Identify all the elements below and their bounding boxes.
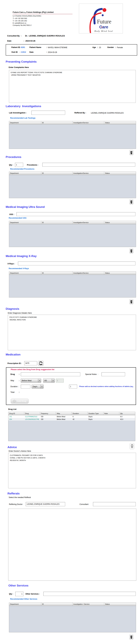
duration-type-selected-value: Day/s	[32, 385, 40, 388]
uss-input[interactable]	[16, 212, 136, 216]
drug-cell-duration: 6	[72, 416, 88, 418]
visit-id-value: 11912	[21, 51, 26, 53]
drug-list-label: Drug List	[8, 408, 16, 410]
frequency-select[interactable]: OD▼	[43, 379, 55, 382]
company-title-main: Future Care	[13, 11, 24, 13]
recommended-lab-testings-link[interactable]: Recommended Lab Testings	[10, 117, 36, 119]
prescription-id-input[interactable]	[24, 361, 37, 365]
duration-input[interactable]	[21, 384, 30, 388]
diagnosis-textarea[interactable]: POLYCYSTY OVARIAN SYNDROME VAGINAL INFEC…	[8, 315, 136, 350]
lab-testings-table: Department ID Investigation/Service Stat…	[9, 121, 136, 149]
total-colon: :	[19, 391, 20, 393]
drug-cell-way: Before Meal	[56, 418, 72, 420]
drug-cell-duration-type: Day/s	[88, 418, 104, 420]
way-colon: :	[19, 380, 20, 382]
add-drug-button[interactable]: +Add Drug	[11, 399, 28, 404]
dose-input	[56, 379, 64, 382]
other-services-table: Department ID Investigation / Service St…	[9, 602, 136, 632]
delete-uss-button[interactable]	[130, 248, 133, 254]
drug-cell-qty: 42.0	[119, 418, 135, 420]
procedures-input[interactable]	[42, 163, 135, 166]
section-title-other-services: Other Services	[8, 584, 28, 587]
procedures-col-department: Department	[9, 172, 41, 175]
drug-table-row[interactable]: 141 CLOTRIMAZOLE OD Before Meal 6 Day/s …	[8, 415, 135, 418]
drug-cell-qty: 6.0	[119, 416, 135, 418]
uss-table-header: Department ID Investigation/Service Stat…	[9, 221, 136, 224]
visit-date-value: 2024-03-26	[48, 51, 57, 53]
trash-icon	[131, 444, 134, 448]
procedures-col-investigation: Investigation/Service	[72, 172, 104, 175]
duration-type-select[interactable]: Day/s▼	[32, 384, 44, 388]
chevron-down-icon: ▼	[40, 385, 43, 388]
delete-procedure-button[interactable]	[130, 199, 133, 204]
drug-cell-id: 204	[8, 418, 24, 420]
company-email: E: jude@future.sc	[13, 22, 26, 24]
tablet-fraction-input[interactable]	[69, 384, 77, 388]
section-title-ultrasound: Medical Imaging Ultra Sound	[6, 205, 45, 208]
xray-col-investigation: Investigation/Service	[72, 272, 104, 275]
lab-investigation-input[interactable]	[32, 110, 65, 115]
prescription-id-label: Prescription ID :	[8, 362, 22, 364]
drug-cell-duration-type: Day/s	[88, 416, 104, 418]
other-col-id: ID	[41, 602, 72, 606]
other-services-input[interactable]	[43, 592, 136, 596]
logo-word-care: Care	[99, 25, 108, 29]
delete-other-service-button[interactable]	[130, 634, 133, 640]
drug-suggestion-warning: Please select the Drug from Drug suggess…	[11, 368, 54, 370]
advice-sub-label: Enter Doctor's Advice Here	[9, 450, 31, 452]
delete-lab-testing-button[interactable]	[130, 150, 133, 155]
company-phone-1: T: +24 82 593 593	[13, 18, 27, 19]
recommended-xrays-link[interactable]: Recommended X-Rays	[9, 268, 29, 270]
delete-xray-button[interactable]	[130, 299, 133, 304]
way-select[interactable]: Before Meal▼	[21, 379, 41, 382]
refresh-icon	[39, 361, 43, 365]
add-drug-panel: Please select the Drug from Drug suggess…	[6, 367, 136, 405]
other-col-department: Department	[9, 602, 41, 606]
section-title-diagnosis: Diagnosis	[6, 307, 19, 310]
consulted-by-value: Dr. LEONEL ENRIQUE GUERRA ROSALES	[25, 35, 65, 37]
drug-input[interactable]	[21, 372, 80, 376]
trash-icon	[130, 635, 132, 639]
xray-col-status: Status	[104, 272, 136, 275]
other-col-status: Status	[104, 602, 136, 606]
xray-col-department: Department	[9, 272, 41, 275]
special-notes-input[interactable]	[102, 372, 125, 376]
diagnosis-sub-label: Enter Diagnosis Details Here	[8, 312, 32, 314]
uss-table: Department ID Investigation/Service Stat…	[9, 221, 136, 247]
lab-table-header: Department ID Investigation/Service Stat…	[9, 121, 136, 124]
referrals-list-box[interactable]	[8, 509, 136, 581]
recommended-other-services-link[interactable]: Recommended Other Services	[10, 598, 37, 600]
advice-textarea[interactable]: CLOTRIMAZOL PESSARY OD FOR 6 DAYS OVRAL …	[8, 453, 136, 488]
consultant-label: Consultant	[80, 503, 88, 505]
complaints-textarea[interactable]: GYNAE USS REPORT TODAY: POLYCYSTIC OVARI…	[9, 70, 136, 103]
consultant-input[interactable]	[93, 502, 136, 506]
chevron-down-icon: ▼	[52, 379, 54, 382]
recommended-procedures-link[interactable]: Recommended Procedures	[10, 168, 34, 170]
drug-col-frequency: Fequency	[40, 412, 56, 415]
gender-colon: :	[115, 46, 116, 48]
uss-label: USS :	[9, 213, 14, 216]
company-title: Future Care by Future Holdings (Pty) Lim…	[13, 11, 54, 13]
section-title-procedures: Procedures	[6, 156, 21, 159]
heart-icon: ♥	[101, 26, 102, 28]
xray-input[interactable]	[18, 262, 136, 265]
section-title-laboratory-investigations: Laboratory Investigations	[6, 104, 41, 108]
procedures-qty-label: Qty :	[9, 164, 13, 166]
delete-advice-button[interactable]	[130, 443, 134, 449]
lab-col-department: Department	[9, 121, 41, 124]
uss-col-id: ID	[41, 221, 72, 224]
procedures-qty-input[interactable]	[15, 163, 23, 167]
referred-by-value: LEONEL ENRIQUE GUERRA ROSALES	[91, 112, 124, 114]
referring-doctor-input[interactable]	[26, 502, 65, 506]
other-qty-input[interactable]	[15, 592, 24, 596]
drug-list-table: Drug ID Drug Fequency Way Duration Durat…	[8, 412, 135, 441]
drug-cell-frequency: OD	[40, 416, 56, 418]
drug-table-row[interactable]: 204 LEVONORGESTRE OD Before Meal 42 Day/…	[8, 418, 135, 420]
company-title-rest: Future Holdings (Pty) Limited	[26, 11, 54, 13]
company-logo: Future Care ♥ Body Mind Soul	[79, 4, 123, 34]
gender-value: Female	[117, 46, 123, 48]
company-number: Company No.8417652-2	[13, 24, 32, 26]
recommended-uss-link[interactable]: Recommended USS	[9, 217, 26, 219]
refresh-prescription-id-button[interactable]	[38, 361, 44, 366]
lab-col-id: ID	[41, 121, 72, 124]
